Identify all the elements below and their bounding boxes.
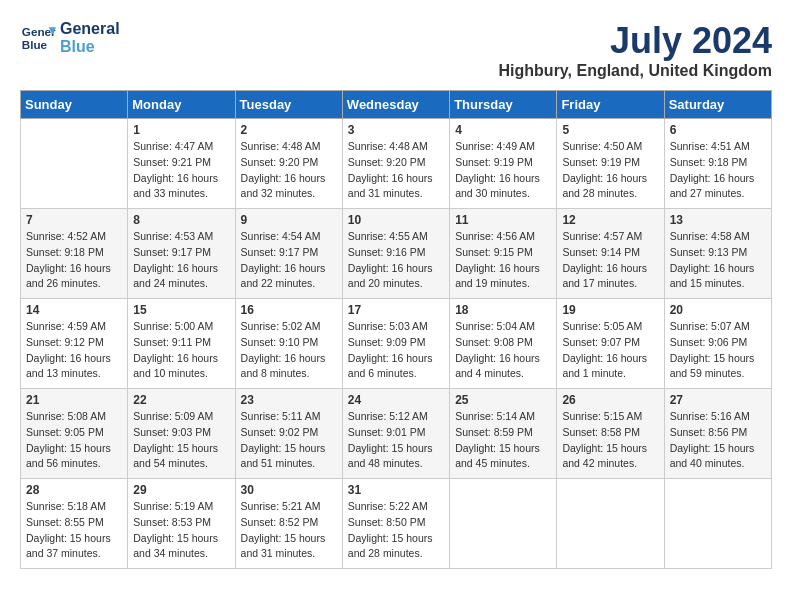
calendar-cell: 28 Sunrise: 5:18 AM Sunset: 8:55 PM Dayl…: [21, 479, 128, 569]
day-info: Sunrise: 4:59 AM Sunset: 9:12 PM Dayligh…: [26, 319, 122, 382]
daylight-text: Daylight: 15 hours and 28 minutes.: [348, 532, 433, 560]
sunset-text: Sunset: 9:18 PM: [26, 246, 104, 258]
sunrise-text: Sunrise: 5:14 AM: [455, 410, 535, 422]
sunrise-text: Sunrise: 4:48 AM: [241, 140, 321, 152]
sunrise-text: Sunrise: 4:51 AM: [670, 140, 750, 152]
calendar-cell: 3 Sunrise: 4:48 AM Sunset: 9:20 PM Dayli…: [342, 119, 449, 209]
sunset-text: Sunset: 8:58 PM: [562, 426, 640, 438]
calendar-cell: 13 Sunrise: 4:58 AM Sunset: 9:13 PM Dayl…: [664, 209, 771, 299]
sunrise-text: Sunrise: 4:53 AM: [133, 230, 213, 242]
sunset-text: Sunset: 9:13 PM: [670, 246, 748, 258]
daylight-text: Daylight: 16 hours and 30 minutes.: [455, 172, 540, 200]
daylight-text: Daylight: 16 hours and 27 minutes.: [670, 172, 755, 200]
calendar-cell: 26 Sunrise: 5:15 AM Sunset: 8:58 PM Dayl…: [557, 389, 664, 479]
daylight-text: Daylight: 15 hours and 48 minutes.: [348, 442, 433, 470]
daylight-text: Daylight: 16 hours and 22 minutes.: [241, 262, 326, 290]
sunrise-text: Sunrise: 5:09 AM: [133, 410, 213, 422]
day-info: Sunrise: 4:48 AM Sunset: 9:20 PM Dayligh…: [348, 139, 444, 202]
calendar-cell: 1 Sunrise: 4:47 AM Sunset: 9:21 PM Dayli…: [128, 119, 235, 209]
header-friday: Friday: [557, 91, 664, 119]
day-number: 22: [133, 393, 229, 407]
day-info: Sunrise: 5:02 AM Sunset: 9:10 PM Dayligh…: [241, 319, 337, 382]
day-number: 14: [26, 303, 122, 317]
calendar-cell: 31 Sunrise: 5:22 AM Sunset: 8:50 PM Dayl…: [342, 479, 449, 569]
day-info: Sunrise: 4:56 AM Sunset: 9:15 PM Dayligh…: [455, 229, 551, 292]
sunrise-text: Sunrise: 4:48 AM: [348, 140, 428, 152]
day-number: 12: [562, 213, 658, 227]
daylight-text: Daylight: 16 hours and 10 minutes.: [133, 352, 218, 380]
svg-text:Blue: Blue: [22, 38, 48, 51]
sunrise-text: Sunrise: 5:07 AM: [670, 320, 750, 332]
day-info: Sunrise: 5:16 AM Sunset: 8:56 PM Dayligh…: [670, 409, 766, 472]
svg-text:General: General: [22, 25, 56, 38]
calendar-cell: 7 Sunrise: 4:52 AM Sunset: 9:18 PM Dayli…: [21, 209, 128, 299]
logo-line2: Blue: [60, 38, 120, 56]
daylight-text: Daylight: 16 hours and 1 minute.: [562, 352, 647, 380]
daylight-text: Daylight: 15 hours and 56 minutes.: [26, 442, 111, 470]
sunrise-text: Sunrise: 5:04 AM: [455, 320, 535, 332]
sunset-text: Sunset: 9:17 PM: [133, 246, 211, 258]
day-info: Sunrise: 4:47 AM Sunset: 9:21 PM Dayligh…: [133, 139, 229, 202]
calendar-cell: 18 Sunrise: 5:04 AM Sunset: 9:08 PM Dayl…: [450, 299, 557, 389]
day-info: Sunrise: 5:15 AM Sunset: 8:58 PM Dayligh…: [562, 409, 658, 472]
sunrise-text: Sunrise: 5:18 AM: [26, 500, 106, 512]
sunrise-text: Sunrise: 5:05 AM: [562, 320, 642, 332]
daylight-text: Daylight: 16 hours and 24 minutes.: [133, 262, 218, 290]
calendar-cell: 27 Sunrise: 5:16 AM Sunset: 8:56 PM Dayl…: [664, 389, 771, 479]
title-section: July 2024 Highbury, England, United King…: [499, 20, 772, 80]
day-number: 15: [133, 303, 229, 317]
day-number: 25: [455, 393, 551, 407]
daylight-text: Daylight: 16 hours and 26 minutes.: [26, 262, 111, 290]
sunrise-text: Sunrise: 5:08 AM: [26, 410, 106, 422]
calendar-cell: 17 Sunrise: 5:03 AM Sunset: 9:09 PM Dayl…: [342, 299, 449, 389]
daylight-text: Daylight: 16 hours and 13 minutes.: [26, 352, 111, 380]
sunset-text: Sunset: 9:07 PM: [562, 336, 640, 348]
calendar-header-row: SundayMondayTuesdayWednesdayThursdayFrid…: [21, 91, 772, 119]
day-info: Sunrise: 5:11 AM Sunset: 9:02 PM Dayligh…: [241, 409, 337, 472]
logo: General Blue General Blue: [20, 20, 120, 56]
daylight-text: Daylight: 16 hours and 19 minutes.: [455, 262, 540, 290]
calendar-cell: [450, 479, 557, 569]
day-info: Sunrise: 4:48 AM Sunset: 9:20 PM Dayligh…: [241, 139, 337, 202]
day-number: 28: [26, 483, 122, 497]
sunrise-text: Sunrise: 4:54 AM: [241, 230, 321, 242]
calendar-cell: 5 Sunrise: 4:50 AM Sunset: 9:19 PM Dayli…: [557, 119, 664, 209]
day-info: Sunrise: 4:53 AM Sunset: 9:17 PM Dayligh…: [133, 229, 229, 292]
day-info: Sunrise: 5:03 AM Sunset: 9:09 PM Dayligh…: [348, 319, 444, 382]
daylight-text: Daylight: 15 hours and 45 minutes.: [455, 442, 540, 470]
daylight-text: Daylight: 15 hours and 40 minutes.: [670, 442, 755, 470]
location-label: Highbury, England, United Kingdom: [499, 62, 772, 80]
calendar-cell: 19 Sunrise: 5:05 AM Sunset: 9:07 PM Dayl…: [557, 299, 664, 389]
calendar-cell: 20 Sunrise: 5:07 AM Sunset: 9:06 PM Dayl…: [664, 299, 771, 389]
day-info: Sunrise: 4:49 AM Sunset: 9:19 PM Dayligh…: [455, 139, 551, 202]
calendar-cell: 9 Sunrise: 4:54 AM Sunset: 9:17 PM Dayli…: [235, 209, 342, 299]
calendar-cell: [664, 479, 771, 569]
day-number: 5: [562, 123, 658, 137]
daylight-text: Daylight: 15 hours and 37 minutes.: [26, 532, 111, 560]
day-info: Sunrise: 5:12 AM Sunset: 9:01 PM Dayligh…: [348, 409, 444, 472]
sunrise-text: Sunrise: 4:47 AM: [133, 140, 213, 152]
calendar-cell: 16 Sunrise: 5:02 AM Sunset: 9:10 PM Dayl…: [235, 299, 342, 389]
sunset-text: Sunset: 9:10 PM: [241, 336, 319, 348]
day-number: 1: [133, 123, 229, 137]
header-wednesday: Wednesday: [342, 91, 449, 119]
header-monday: Monday: [128, 91, 235, 119]
daylight-text: Daylight: 16 hours and 6 minutes.: [348, 352, 433, 380]
daylight-text: Daylight: 15 hours and 31 minutes.: [241, 532, 326, 560]
day-info: Sunrise: 4:58 AM Sunset: 9:13 PM Dayligh…: [670, 229, 766, 292]
sunrise-text: Sunrise: 5:15 AM: [562, 410, 642, 422]
day-info: Sunrise: 5:05 AM Sunset: 9:07 PM Dayligh…: [562, 319, 658, 382]
day-number: 2: [241, 123, 337, 137]
day-number: 19: [562, 303, 658, 317]
sunset-text: Sunset: 9:21 PM: [133, 156, 211, 168]
day-number: 27: [670, 393, 766, 407]
sunset-text: Sunset: 9:19 PM: [562, 156, 640, 168]
daylight-text: Daylight: 16 hours and 8 minutes.: [241, 352, 326, 380]
header-thursday: Thursday: [450, 91, 557, 119]
day-info: Sunrise: 5:19 AM Sunset: 8:53 PM Dayligh…: [133, 499, 229, 562]
header: General Blue General Blue July 2024 High…: [20, 20, 772, 80]
day-number: 26: [562, 393, 658, 407]
sunrise-text: Sunrise: 5:12 AM: [348, 410, 428, 422]
calendar-cell: 25 Sunrise: 5:14 AM Sunset: 8:59 PM Dayl…: [450, 389, 557, 479]
daylight-text: Daylight: 16 hours and 33 minutes.: [133, 172, 218, 200]
